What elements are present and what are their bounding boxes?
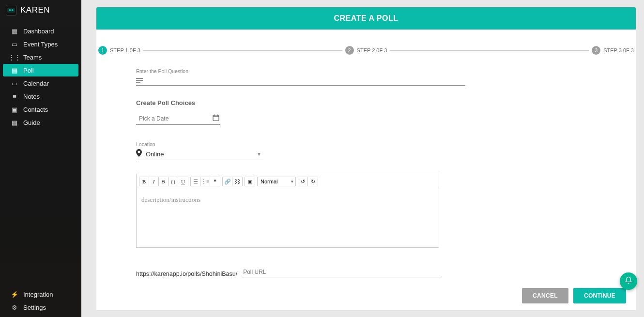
ordered-list-button[interactable]: ☰ [191,177,200,186]
plug-icon: ⚡ [11,290,18,298]
url-row: https://karenapp.io/polls/ShohiniBasu/ [136,267,607,277]
card: CREATE A POLL 1 STEP 1 0F 3 2 STEP 2 0F … [96,7,636,311]
quote-button[interactable]: ❝ [210,177,220,186]
heading-value: Normal [261,179,277,184]
brand-name: KAREN [20,5,50,15]
sidebar-item-label: Notes [23,93,40,100]
step-label: STEP 2 0F 3 [357,47,387,53]
step-3[interactable]: 3 STEP 3 0F 3 [592,46,634,55]
sidebar-item-guide[interactable]: ▤ Guide [3,116,78,129]
step-circle: 3 [592,46,600,55]
strike-button[interactable]: S [159,177,169,186]
question-label: Enter the Poll Question [136,68,607,74]
undo-button[interactable]: ↺ [298,177,308,186]
step-label: STEP 3 0F 3 [603,47,634,53]
code-button[interactable]: {} [169,177,178,186]
form-area: Enter the Poll Question Create Poll Choi… [96,68,636,277]
location-label: Location [136,141,607,147]
chevron-down-icon: ▼ [257,151,261,157]
main: CREATE A POLL 1 STEP 1 0F 3 2 STEP 2 0F … [81,0,644,317]
image-button[interactable]: ▣ [245,177,255,186]
nav-bottom: ⚡ Integration ⚙ Settings [0,287,81,317]
sidebar-item-dashboard[interactable]: ▦ Dashboard [3,25,78,37]
unlink-button[interactable]: ⛓ [232,177,242,186]
date-picker[interactable]: Pick a Date [136,112,220,125]
page-title: CREATE A POLL [96,7,636,30]
book-icon: ▤ [11,119,18,126]
step-circle: 2 [345,46,354,55]
brand: KAREN [0,0,81,24]
sidebar-item-label: Settings [23,304,46,311]
contacts-icon: ▣ [11,106,18,113]
sidebar-item-label: Event Types [23,41,58,48]
sidebar-item-label: Calendar [23,80,49,87]
italic-button[interactable]: I [149,177,159,186]
rich-editor: B I S {} U ☰ ⋮≡ ❝ 🔗 ⛓ [136,174,439,248]
unordered-list-button[interactable]: ⋮≡ [200,177,210,186]
choices-title: Create Poll Choices [136,99,607,106]
sidebar-item-calendar[interactable]: ▭ Calendar [3,77,78,90]
location-select[interactable]: Online ▼ [136,148,263,160]
sidebar-item-label: Poll [23,67,34,74]
svg-rect-6 [213,115,219,121]
poll-url-input[interactable] [242,267,441,277]
sidebar-item-label: Contacts [23,106,48,113]
underline-button[interactable]: U [178,177,188,186]
sidebar-item-notes[interactable]: ≡ Notes [3,90,78,103]
step-line [143,50,342,51]
svg-point-2 [12,9,14,11]
url-prefix: https://karenapp.io/polls/ShohiniBasu/ [136,271,237,277]
nav-main: ▦ Dashboard ▭ Event Types ⋮⋮ Teams ▤ Pol… [0,24,81,129]
step-circle: 1 [98,46,107,55]
sidebar-item-contacts[interactable]: ▣ Contacts [3,103,78,116]
step-line [390,50,589,51]
sidebar-item-label: Guide [23,119,40,126]
step-label: STEP 1 0F 3 [110,47,140,53]
location-value: Online [146,151,257,158]
pin-icon [136,149,142,159]
sidebar-item-poll[interactable]: ▤ Poll [3,64,78,76]
step-1[interactable]: 1 STEP 1 0F 3 [98,46,140,55]
calendar-icon: ▭ [11,79,18,87]
svg-rect-0 [7,8,15,13]
sidebar-item-teams[interactable]: ⋮⋮ Teams [3,51,78,63]
people-icon: ⋮⋮ [11,53,18,61]
footer-buttons: CANCEL CONTINUE [522,288,626,303]
redo-button[interactable]: ↻ [308,177,318,186]
date-placeholder: Pick a Date [139,115,169,122]
poll-question-input[interactable] [136,75,465,86]
sidebar-item-integration[interactable]: ⚡ Integration [3,288,78,301]
svg-point-1 [9,9,11,11]
stepper: 1 STEP 1 0F 3 2 STEP 2 0F 3 3 STEP 3 0F … [96,46,636,55]
calendar-icon [213,114,219,122]
notes-icon: ≡ [11,92,18,100]
sidebar: KAREN ▦ Dashboard ▭ Event Types ⋮⋮ Teams… [0,0,81,317]
bell-icon [625,276,632,286]
step-2[interactable]: 2 STEP 2 0F 3 [345,46,387,55]
notification-fab[interactable] [620,272,637,290]
link-button[interactable]: 🔗 [223,177,232,186]
poll-icon: ▤ [11,66,18,74]
continue-button[interactable]: CONTINUE [573,288,626,303]
grid-icon: ▦ [11,27,18,35]
gear-icon: ⚙ [11,303,18,311]
cancel-button[interactable]: CANCEL [522,288,568,303]
sidebar-item-label: Integration [23,291,53,298]
editor-body[interactable]: description/instructions [137,189,439,247]
sidebar-item-settings[interactable]: ⚙ Settings [3,301,78,314]
brand-logo-icon [6,5,16,15]
sidebar-item-event-types[interactable]: ▭ Event Types [3,38,78,50]
editor-toolbar: B I S {} U ☰ ⋮≡ ❝ 🔗 ⛓ [137,174,439,189]
heading-select[interactable]: Normal [257,177,296,186]
calendar-icon: ▭ [11,40,18,48]
sidebar-item-label: Dashboard [23,28,54,35]
bold-button[interactable]: B [139,177,149,186]
sidebar-item-label: Teams [23,54,42,61]
